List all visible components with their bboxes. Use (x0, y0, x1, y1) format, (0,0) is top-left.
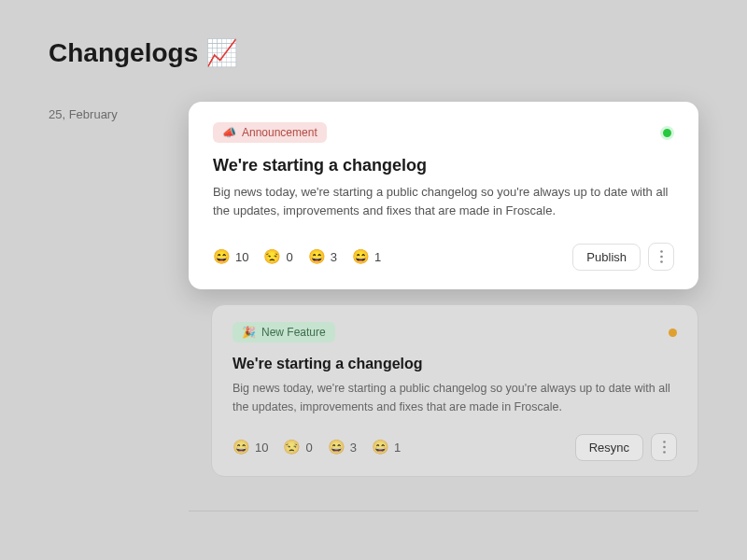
more-button[interactable] (648, 243, 674, 271)
reaction[interactable]: 😄1 (352, 248, 381, 265)
svg-point-2 (660, 260, 663, 263)
date-label: 25, February (49, 102, 170, 121)
card-title: We're starting a changelog (233, 356, 677, 372)
page-title: Changelogs 📈 (49, 37, 698, 68)
divider (189, 511, 698, 511)
reaction[interactable]: 😄10 (233, 439, 268, 455)
changelog-card: 📣 Announcement We're starting a changelo… (189, 102, 698, 289)
reactions-row: 😄10 😒0 😄3 😄1 (213, 248, 381, 265)
tag-label: Announcement (242, 126, 317, 139)
more-vertical-icon (663, 441, 666, 454)
emoji-icon: 😄 (372, 439, 389, 455)
status-dot-icon (660, 126, 674, 140)
reactions-row: 😄10 😒0 😄3 😄1 (233, 439, 401, 455)
status-dot-icon (669, 329, 677, 337)
tag-label: New Feature (261, 326, 326, 339)
reaction-count: 3 (331, 250, 337, 264)
emoji-icon: 😄 (308, 248, 326, 265)
card-title: We're starting a changelog (213, 156, 674, 175)
reaction[interactable]: 😄1 (372, 439, 401, 455)
more-vertical-icon (660, 250, 663, 263)
reaction-count: 10 (255, 441, 268, 455)
reaction[interactable]: 😄10 (213, 248, 248, 265)
more-button[interactable] (651, 433, 677, 461)
svg-point-5 (663, 451, 666, 454)
publish-button[interactable]: Publish (572, 244, 641, 271)
reaction-count: 10 (235, 250, 248, 264)
svg-point-3 (663, 441, 666, 443)
reaction[interactable]: 😄3 (308, 248, 337, 265)
changelog-card: 🎉 New Feature We're starting a changelog… (211, 304, 698, 477)
reaction[interactable]: 😒0 (263, 248, 292, 265)
reaction-count: 3 (350, 441, 357, 455)
reaction[interactable]: 😄3 (328, 439, 357, 455)
card-body: Big news today, we're starting a public … (213, 183, 674, 220)
reaction-count: 0 (286, 250, 292, 264)
card-body: Big news today, we're starting a public … (233, 380, 677, 416)
emoji-icon: 😄 (233, 439, 250, 455)
reaction-count: 1 (394, 441, 401, 455)
reaction[interactable]: 😒0 (283, 439, 312, 455)
resync-button[interactable]: Resync (575, 434, 643, 461)
reaction-count: 0 (305, 441, 312, 455)
tag-new-feature: 🎉 New Feature (233, 322, 335, 343)
emoji-icon: 😄 (213, 248, 231, 265)
emoji-icon: 😒 (283, 439, 301, 455)
emoji-icon: 😒 (263, 248, 281, 265)
reaction-count: 1 (374, 250, 381, 264)
sparkle-icon: 🎉 (242, 326, 256, 339)
svg-point-4 (663, 446, 666, 449)
emoji-icon: 😄 (352, 248, 370, 265)
megaphone-icon: 📣 (222, 126, 236, 139)
emoji-icon: 😄 (328, 439, 345, 455)
svg-point-1 (660, 256, 663, 259)
tag-announcement: 📣 Announcement (213, 122, 327, 143)
svg-point-0 (660, 250, 663, 253)
